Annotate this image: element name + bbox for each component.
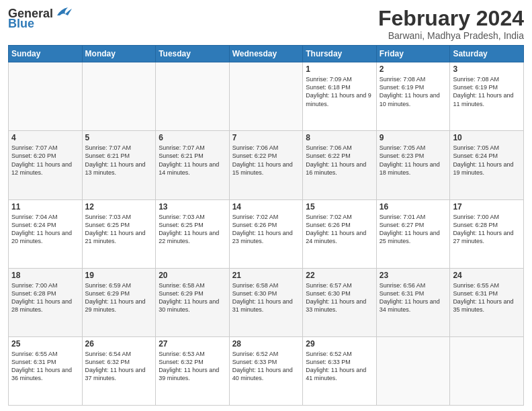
- day-number: 4: [11, 133, 79, 142]
- day-info: Sunrise: 7:07 AM Sunset: 6:21 PM Dayligh…: [85, 144, 153, 177]
- table-row: [450, 336, 524, 405]
- day-info: Sunrise: 6:52 AM Sunset: 6:33 PM Dayligh…: [306, 350, 373, 383]
- logo: General Blue: [8, 7, 73, 31]
- day-info: Sunrise: 7:00 AM Sunset: 6:28 PM Dayligh…: [11, 281, 79, 314]
- table-row: [376, 336, 450, 405]
- day-info: Sunrise: 7:04 AM Sunset: 6:24 PM Dayligh…: [11, 213, 79, 246]
- day-number: 24: [453, 271, 521, 280]
- day-number: 29: [306, 339, 373, 349]
- table-row: 5Sunrise: 7:07 AM Sunset: 6:21 PM Daylig…: [82, 131, 156, 199]
- day-number: 17: [453, 202, 521, 212]
- day-number: 8: [306, 133, 373, 142]
- table-row: [82, 62, 156, 131]
- day-info: Sunrise: 7:00 AM Sunset: 6:28 PM Dayligh…: [453, 213, 521, 246]
- calendar-week-row: 18Sunrise: 7:00 AM Sunset: 6:28 PM Dayli…: [9, 268, 524, 336]
- day-number: 6: [159, 133, 226, 142]
- calendar-table: Sunday Monday Tuesday Wednesday Thursday…: [8, 45, 524, 406]
- logo-blue-text: Blue: [8, 17, 34, 31]
- day-number: 18: [11, 271, 79, 280]
- day-info: Sunrise: 6:56 AM Sunset: 6:31 PM Dayligh…: [380, 281, 447, 314]
- table-row: 13Sunrise: 7:03 AM Sunset: 6:25 PM Dayli…: [156, 199, 230, 268]
- table-row: 7Sunrise: 7:06 AM Sunset: 6:22 PM Daylig…: [229, 131, 303, 199]
- day-info: Sunrise: 6:52 AM Sunset: 6:33 PM Dayligh…: [232, 350, 300, 383]
- day-info: Sunrise: 6:59 AM Sunset: 6:29 PM Dayligh…: [85, 281, 153, 314]
- day-number: 20: [159, 271, 226, 280]
- day-number: 19: [85, 271, 153, 280]
- day-info: Sunrise: 7:06 AM Sunset: 6:22 PM Dayligh…: [306, 144, 373, 177]
- day-number: 16: [380, 202, 447, 212]
- table-row: 25Sunrise: 6:55 AM Sunset: 6:31 PM Dayli…: [9, 336, 83, 405]
- calendar-week-row: 25Sunrise: 6:55 AM Sunset: 6:31 PM Dayli…: [9, 336, 524, 405]
- header: General Blue February 2024 Barwani, Madh…: [8, 7, 524, 41]
- calendar-week-row: 1Sunrise: 7:09 AM Sunset: 6:18 PM Daylig…: [9, 62, 524, 131]
- calendar-subtitle: Barwani, Madhya Pradesh, India: [378, 30, 524, 41]
- col-friday: Friday: [376, 46, 450, 62]
- day-info: Sunrise: 7:05 AM Sunset: 6:23 PM Dayligh…: [380, 144, 447, 177]
- table-row: 22Sunrise: 6:57 AM Sunset: 6:30 PM Dayli…: [303, 268, 377, 336]
- table-row: [9, 62, 83, 131]
- day-number: 9: [380, 133, 447, 142]
- col-wednesday: Wednesday: [229, 46, 303, 62]
- day-info: Sunrise: 6:55 AM Sunset: 6:31 PM Dayligh…: [11, 350, 79, 383]
- day-number: 11: [11, 202, 79, 212]
- day-info: Sunrise: 7:08 AM Sunset: 6:19 PM Dayligh…: [453, 75, 521, 108]
- day-number: 23: [380, 271, 447, 280]
- table-row: [156, 62, 230, 131]
- table-row: 17Sunrise: 7:00 AM Sunset: 6:28 PM Dayli…: [450, 199, 524, 268]
- day-info: Sunrise: 6:53 AM Sunset: 6:32 PM Dayligh…: [159, 350, 226, 383]
- day-info: Sunrise: 7:05 AM Sunset: 6:24 PM Dayligh…: [453, 144, 521, 177]
- col-thursday: Thursday: [303, 46, 377, 62]
- table-row: 4Sunrise: 7:07 AM Sunset: 6:20 PM Daylig…: [9, 131, 83, 199]
- calendar-title: February 2024: [378, 7, 524, 30]
- day-number: 2: [380, 64, 447, 74]
- table-row: 23Sunrise: 6:56 AM Sunset: 6:31 PM Dayli…: [376, 268, 450, 336]
- day-number: 3: [453, 64, 521, 74]
- calendar-week-row: 11Sunrise: 7:04 AM Sunset: 6:24 PM Dayli…: [9, 199, 524, 268]
- day-info: Sunrise: 6:55 AM Sunset: 6:31 PM Dayligh…: [453, 281, 521, 314]
- table-row: 3Sunrise: 7:08 AM Sunset: 6:19 PM Daylig…: [450, 62, 524, 131]
- day-number: 7: [232, 133, 300, 142]
- day-number: 15: [306, 202, 373, 212]
- table-row: 10Sunrise: 7:05 AM Sunset: 6:24 PM Dayli…: [450, 131, 524, 199]
- day-info: Sunrise: 7:07 AM Sunset: 6:21 PM Dayligh…: [159, 144, 226, 177]
- day-number: 27: [159, 339, 226, 349]
- day-number: 12: [85, 202, 153, 212]
- calendar-week-row: 4Sunrise: 7:07 AM Sunset: 6:20 PM Daylig…: [9, 131, 524, 199]
- page: General Blue February 2024 Barwani, Madh…: [0, 0, 532, 411]
- table-row: 20Sunrise: 6:58 AM Sunset: 6:29 PM Dayli…: [156, 268, 230, 336]
- day-number: 5: [85, 133, 153, 142]
- table-row: 2Sunrise: 7:08 AM Sunset: 6:19 PM Daylig…: [376, 62, 450, 131]
- table-row: 26Sunrise: 6:54 AM Sunset: 6:32 PM Dayli…: [82, 336, 156, 405]
- day-number: 22: [306, 271, 373, 280]
- day-number: 10: [453, 133, 521, 142]
- day-number: 26: [85, 339, 153, 349]
- table-row: 8Sunrise: 7:06 AM Sunset: 6:22 PM Daylig…: [303, 131, 377, 199]
- day-info: Sunrise: 7:08 AM Sunset: 6:19 PM Dayligh…: [380, 75, 447, 108]
- day-info: Sunrise: 6:58 AM Sunset: 6:29 PM Dayligh…: [159, 281, 226, 314]
- day-info: Sunrise: 7:07 AM Sunset: 6:20 PM Dayligh…: [11, 144, 79, 177]
- table-row: 12Sunrise: 7:03 AM Sunset: 6:25 PM Dayli…: [82, 199, 156, 268]
- day-info: Sunrise: 7:01 AM Sunset: 6:27 PM Dayligh…: [380, 213, 447, 246]
- table-row: 24Sunrise: 6:55 AM Sunset: 6:31 PM Dayli…: [450, 268, 524, 336]
- table-row: 19Sunrise: 6:59 AM Sunset: 6:29 PM Dayli…: [82, 268, 156, 336]
- calendar-header-row: Sunday Monday Tuesday Wednesday Thursday…: [9, 46, 524, 62]
- day-info: Sunrise: 6:54 AM Sunset: 6:32 PM Dayligh…: [85, 350, 153, 383]
- table-row: [229, 62, 303, 131]
- day-info: Sunrise: 7:06 AM Sunset: 6:22 PM Dayligh…: [232, 144, 300, 177]
- day-info: Sunrise: 7:09 AM Sunset: 6:18 PM Dayligh…: [306, 75, 373, 108]
- day-number: 1: [306, 64, 373, 74]
- col-tuesday: Tuesday: [156, 46, 230, 62]
- col-sunday: Sunday: [9, 46, 83, 62]
- table-row: 29Sunrise: 6:52 AM Sunset: 6:33 PM Dayli…: [303, 336, 377, 405]
- col-monday: Monday: [82, 46, 156, 62]
- table-row: 28Sunrise: 6:52 AM Sunset: 6:33 PM Dayli…: [229, 336, 303, 405]
- day-info: Sunrise: 7:02 AM Sunset: 6:26 PM Dayligh…: [306, 213, 373, 246]
- table-row: 15Sunrise: 7:02 AM Sunset: 6:26 PM Dayli…: [303, 199, 377, 268]
- table-row: 21Sunrise: 6:58 AM Sunset: 6:30 PM Dayli…: [229, 268, 303, 336]
- table-row: 11Sunrise: 7:04 AM Sunset: 6:24 PM Dayli…: [9, 199, 83, 268]
- day-info: Sunrise: 6:57 AM Sunset: 6:30 PM Dayligh…: [306, 281, 373, 314]
- day-number: 21: [232, 271, 300, 280]
- table-row: 27Sunrise: 6:53 AM Sunset: 6:32 PM Dayli…: [156, 336, 230, 405]
- day-number: 28: [232, 339, 300, 349]
- table-row: 9Sunrise: 7:05 AM Sunset: 6:23 PM Daylig…: [376, 131, 450, 199]
